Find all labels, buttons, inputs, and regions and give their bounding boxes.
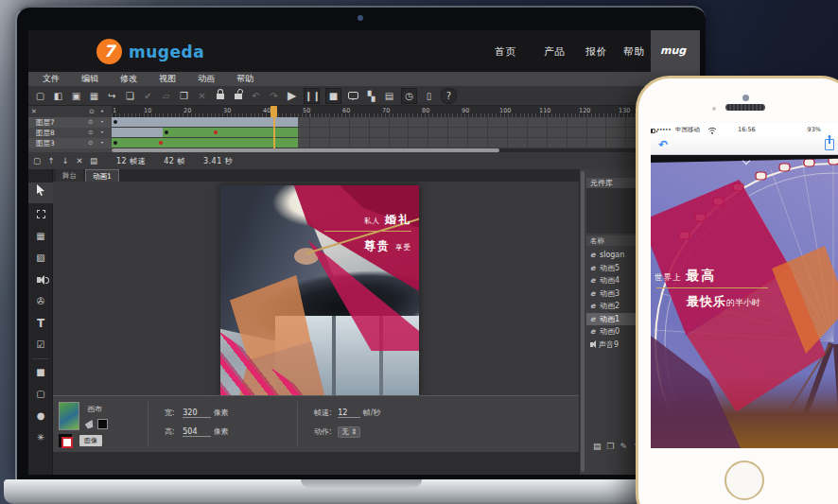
- layer-row[interactable]: 图层7 ⊙ •: [28, 117, 112, 128]
- device-preview-icon[interactable]: ▯: [423, 89, 435, 103]
- menu-edit[interactable]: 编辑: [81, 73, 98, 85]
- track-row[interactable]: [112, 138, 700, 148]
- menu-animation[interactable]: 动画: [198, 73, 215, 85]
- menu-file[interactable]: 文件: [43, 73, 60, 85]
- timeline-tracks[interactable]: 1 10 20 30 40 50 60 70 80 90 100 110 120…: [112, 106, 700, 152]
- video-tool-icon[interactable]: ✇: [28, 291, 53, 312]
- clone-icon[interactable]: ❏: [124, 89, 136, 103]
- canvas-thumbnail[interactable]: [59, 402, 79, 430]
- home-button[interactable]: [725, 461, 764, 500]
- move-layer-up-icon[interactable]: ↑: [46, 156, 56, 165]
- menu-view[interactable]: 视图: [159, 73, 176, 85]
- layer-lock-icon[interactable]: •: [100, 138, 104, 148]
- lock-column-icon[interactable]: •: [100, 108, 104, 115]
- playhead-handle[interactable]: [271, 106, 277, 117]
- no-color-icon[interactable]: [59, 434, 72, 447]
- menu-modify[interactable]: 修改: [120, 73, 137, 85]
- browser-back-icon[interactable]: ↶: [658, 138, 668, 151]
- phone-mockup: ••••• 中国移动 16:56 93% ↶: [636, 76, 838, 504]
- track-row[interactable]: [112, 117, 700, 128]
- layer-visibility-icon[interactable]: ⊙: [88, 117, 93, 128]
- paste-in-place-icon[interactable]: ✔: [142, 89, 154, 103]
- timeline-ruler[interactable]: 1 10 20 30 40 50 60 70 80 90 100 110 120…: [112, 106, 700, 117]
- height-field[interactable]: 504: [183, 427, 211, 437]
- layer-lock-icon[interactable]: •: [100, 128, 104, 138]
- help-icon[interactable]: ?: [441, 88, 457, 104]
- poster-artboard[interactable]: 私人 婚礼 尊贵 享受: [220, 185, 419, 395]
- nav-overflow-button[interactable]: mug: [651, 30, 700, 72]
- nav-item-products[interactable]: 产品: [544, 45, 566, 59]
- browser-share-icon[interactable]: [825, 139, 834, 150]
- qr-code-icon[interactable]: ▚: [365, 89, 377, 103]
- mugeda-logo-text[interactable]: mugeda: [129, 43, 204, 61]
- nav-item-help[interactable]: 帮助: [623, 45, 645, 59]
- animation-icon: e: [590, 325, 600, 339]
- width-unit: 像素: [214, 408, 229, 417]
- audio-tool-icon[interactable]: [28, 269, 53, 290]
- new-layer-icon[interactable]: ▢: [32, 156, 42, 165]
- transform-tool-icon[interactable]: [28, 204, 53, 225]
- select-tool-icon[interactable]: [28, 182, 53, 203]
- visibility-column-eye-icon[interactable]: ⊙: [89, 108, 95, 115]
- cells-icon[interactable]: ▤: [383, 89, 395, 103]
- h5-page[interactable]: 世界上 最高 最快乐的半小时: [651, 155, 838, 448]
- timer-icon[interactable]: ◷: [401, 88, 417, 104]
- rect-tool-icon[interactable]: ■: [28, 362, 53, 383]
- component-tool-icon[interactable]: ▦: [28, 226, 53, 247]
- paste-icon[interactable]: ▱: [160, 89, 172, 103]
- new-file-icon[interactable]: ▢: [34, 89, 46, 103]
- nav-item-pricing[interactable]: 报价: [585, 45, 607, 59]
- move-layer-down-icon[interactable]: ↓: [61, 156, 70, 165]
- pause-icon[interactable]: ❙❙: [304, 88, 320, 104]
- stop-icon[interactable]: ■: [325, 88, 341, 104]
- mugeda-logo-icon[interactable]: 7: [96, 39, 122, 64]
- grid-settings-icon[interactable]: ▦: [88, 89, 100, 103]
- laptop-base-notch: [301, 479, 422, 488]
- action-select[interactable]: 无 ⇕: [338, 426, 360, 438]
- timeline-footer: ▢ ↑ ↓ ✕ ▤ 12 帧速 42 帧 3.41 秒: [28, 152, 700, 169]
- copy-icon[interactable]: ❐: [178, 89, 190, 103]
- shape-tool-icon[interactable]: ✳: [28, 427, 53, 448]
- timeline-panel: ✕ ⊙ • 图层7 ⊙ • 图层8 ⊙ • 图层3 ⊙ •: [28, 106, 700, 169]
- nav-item-home[interactable]: 首页: [495, 45, 516, 59]
- layer-visibility-icon[interactable]: ⊙: [88, 138, 93, 148]
- delete-icon[interactable]: ✕: [196, 89, 208, 103]
- timeline-close-icon[interactable]: ✕: [31, 108, 37, 115]
- width-field[interactable]: 320: [183, 408, 211, 418]
- save-icon[interactable]: ▣: [70, 89, 82, 103]
- undo-icon[interactable]: ↶: [250, 89, 262, 103]
- layer-lock-icon[interactable]: •: [100, 117, 104, 128]
- form-tool-icon[interactable]: ☑: [28, 335, 53, 356]
- track-row[interactable]: [112, 128, 700, 138]
- paint-bucket-icon[interactable]: [84, 420, 95, 429]
- share-export-icon[interactable]: ↪: [106, 89, 118, 103]
- delete-layer-icon[interactable]: ✕: [75, 156, 84, 165]
- layer-row[interactable]: 图层3 ⊙ •: [28, 138, 112, 148]
- menu-help[interactable]: 帮助: [236, 73, 253, 85]
- library-scrollbar[interactable]: [581, 171, 585, 472]
- lock-icon[interactable]: [214, 88, 226, 103]
- canvas-area[interactable]: 私人 婚礼 尊贵 享受: [53, 182, 579, 395]
- tab-stage[interactable]: 舞台: [56, 169, 83, 182]
- text-tool-icon[interactable]: T: [28, 313, 53, 334]
- library-rename-icon[interactable]: ✎: [620, 442, 628, 451]
- layer-visibility-icon[interactable]: ⊙: [88, 128, 93, 138]
- image-background-button[interactable]: 图像: [79, 435, 102, 446]
- snapshot-icon[interactable]: ◧: [52, 89, 64, 103]
- layer-row[interactable]: 图层8 ⊙ •: [28, 128, 112, 138]
- play-icon[interactable]: ▶: [286, 89, 298, 103]
- canvas-bottom-strip: [53, 452, 579, 475]
- image-tool-icon[interactable]: ▧: [28, 248, 53, 269]
- library-new-icon[interactable]: ▤: [593, 442, 602, 451]
- unlock-icon[interactable]: [232, 88, 244, 103]
- layer-folder-icon[interactable]: ▤: [89, 156, 98, 165]
- rounded-rect-tool-icon[interactable]: ▢: [28, 384, 53, 405]
- library-duplicate-icon[interactable]: ❐: [607, 442, 615, 451]
- background-color-swatch[interactable]: [97, 419, 108, 429]
- tab-animation1[interactable]: 动画1: [85, 169, 119, 182]
- ellipse-tool-icon[interactable]: ●: [28, 406, 53, 426]
- preview-bubble-icon[interactable]: [347, 88, 359, 103]
- page-line1: 世界上 最高: [655, 267, 768, 284]
- redo-icon[interactable]: ↷: [268, 89, 280, 103]
- fps-field[interactable]: 12: [338, 408, 360, 418]
